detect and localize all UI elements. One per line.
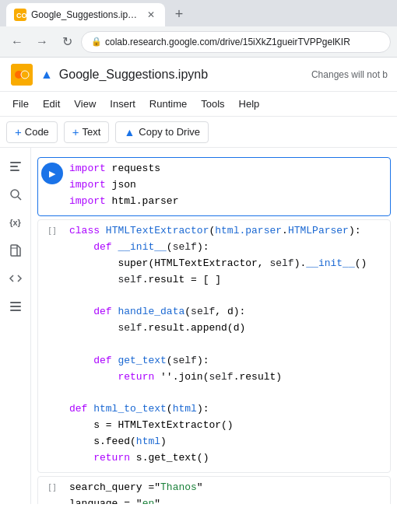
- svg-text:CO: CO: [16, 12, 26, 19]
- svg-point-4: [21, 71, 29, 79]
- active-tab[interactable]: CO Google_Suggestions.ipynb - Col… ✕: [6, 3, 165, 26]
- plus-icon-text: +: [72, 125, 79, 138]
- tab-close-button[interactable]: ✕: [145, 9, 157, 21]
- menu-bar: File Edit View Insert Runtime Tools Help: [0, 92, 397, 117]
- reload-button[interactable]: ↻: [56, 31, 78, 53]
- colab-logo: [9, 62, 34, 87]
- tab-favicon: CO: [14, 9, 26, 21]
- menu-tools[interactable]: Tools: [195, 95, 230, 113]
- cell-3-number: [ ]: [38, 477, 66, 492]
- cell-1: ▶ import requests import json import htm…: [37, 157, 391, 216]
- cell-3-content[interactable]: search_query ="Thanos" language = "en" c…: [66, 477, 390, 504]
- add-text-button[interactable]: + Text: [64, 121, 110, 143]
- menu-edit[interactable]: Edit: [37, 95, 66, 113]
- tab-title: Google_Suggestions.ipynb - Col…: [31, 9, 140, 20]
- cell-2-number: [ ]: [38, 220, 66, 235]
- cell-3: [ ] search_query ="Thanos" language = "e…: [37, 476, 391, 504]
- cell-2-inner: [ ] class HTMLTextExtractor(html.parser.…: [38, 220, 390, 472]
- sidebar-code-snippets-icon[interactable]: [3, 266, 28, 291]
- cell-3-inner: [ ] search_query ="Thanos" language = "e…: [38, 477, 390, 504]
- colab-header: ▲ Google_Suggestions.ipynb Changes will …: [0, 58, 397, 92]
- svg-rect-7: [10, 170, 19, 171]
- svg-rect-5: [10, 162, 21, 163]
- svg-rect-14: [10, 310, 21, 311]
- menu-runtime[interactable]: Runtime: [143, 95, 193, 113]
- svg-rect-12: [10, 302, 21, 303]
- sidebar: {x}: [0, 148, 31, 504]
- cell-1-inner: ▶ import requests import json import htm…: [38, 158, 390, 215]
- toolbar: + Code + Text ▲ Copy to Drive: [0, 117, 397, 148]
- sidebar-search-icon[interactable]: [3, 182, 28, 207]
- sidebar-variables-icon[interactable]: {x}: [3, 210, 28, 235]
- drive-icon: ▲: [40, 68, 53, 82]
- back-button[interactable]: ←: [6, 31, 28, 53]
- tab-bar: CO Google_Suggestions.ipynb - Col… ✕ +: [0, 0, 397, 26]
- run-button-1[interactable]: ▶: [41, 163, 63, 184]
- lock-icon: 🔒: [91, 37, 102, 47]
- svg-rect-13: [10, 306, 21, 307]
- changes-note: Changes will not b: [311, 69, 388, 80]
- plus-icon: +: [15, 125, 22, 138]
- cell-2: [ ] class HTMLTextExtractor(html.parser.…: [37, 219, 391, 473]
- address-bar[interactable]: 🔒 colab.research.google.com/drive/15iXkZ…: [81, 31, 391, 53]
- sidebar-files-icon[interactable]: [3, 238, 28, 263]
- notebook-area: ▶ import requests import json import htm…: [31, 148, 397, 504]
- address-bar-row: ← → ↻ 🔒 colab.research.google.com/drive/…: [0, 26, 397, 58]
- cell-1-content[interactable]: import requests import json import html.…: [66, 158, 390, 215]
- menu-help[interactable]: Help: [233, 95, 266, 113]
- copy-to-drive-button[interactable]: ▲ Copy to Drive: [115, 121, 209, 143]
- add-code-button[interactable]: + Code: [6, 121, 58, 143]
- menu-file[interactable]: File: [6, 95, 35, 113]
- forward-button[interactable]: →: [31, 31, 53, 53]
- svg-line-9: [18, 197, 21, 200]
- svg-point-8: [11, 190, 19, 198]
- code-btn-label: Code: [25, 126, 49, 138]
- main-layout: {x} ▶: [0, 148, 397, 504]
- cell-2-content[interactable]: class HTMLTextExtractor(html.parser.HTML…: [66, 220, 390, 472]
- sidebar-toc-icon[interactable]: [3, 154, 28, 179]
- svg-rect-10: [11, 245, 17, 256]
- url-text: colab.research.google.com/drive/15iXkZ1g…: [105, 37, 350, 47]
- copy-btn-label: Copy to Drive: [139, 126, 200, 138]
- sidebar-command-palette-icon[interactable]: [3, 294, 28, 319]
- text-btn-label: Text: [83, 126, 101, 138]
- new-tab-button[interactable]: +: [168, 3, 190, 25]
- menu-view[interactable]: View: [68, 95, 102, 113]
- menu-insert[interactable]: Insert: [104, 95, 142, 113]
- svg-rect-6: [10, 166, 18, 167]
- colab-logo-inner: [11, 64, 33, 86]
- notebook-title: Google_Suggestions.ipynb: [59, 68, 208, 82]
- drive-copy-icon: ▲: [124, 126, 135, 138]
